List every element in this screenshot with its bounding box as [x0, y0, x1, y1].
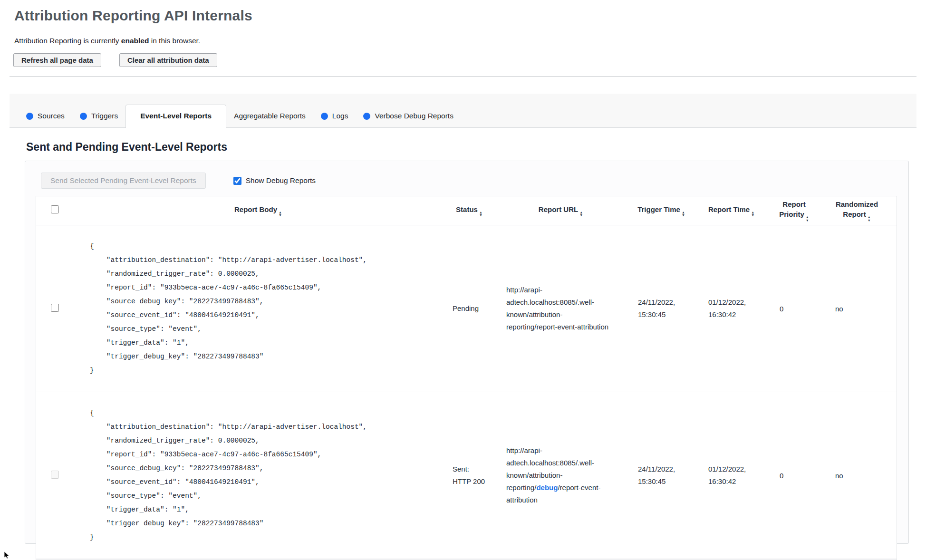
tab-label: Logs: [332, 112, 348, 120]
header-report-time[interactable]: Report Time▲▼: [696, 202, 766, 220]
tab-label: Aggregatable Reports: [234, 112, 306, 120]
header-status[interactable]: Status▲▼: [443, 202, 495, 220]
blue-dot-icon: [321, 113, 328, 120]
show-debug-toggle[interactable]: Show Debug Reports: [233, 176, 316, 185]
send-selected-reports-button[interactable]: Send Selected Pending Event-Level Report…: [41, 173, 206, 189]
refresh-all-button[interactable]: Refresh all page data: [13, 53, 101, 67]
tab-sources[interactable]: Sources: [19, 105, 72, 127]
blue-dot-icon: [80, 113, 87, 120]
sort-icon[interactable]: ▲▼: [751, 211, 754, 217]
select-all-cell: [36, 203, 73, 219]
randomized-report-cell: no: [822, 299, 892, 319]
report-body-json: { "attribution_destination": "http://ara…: [90, 406, 436, 544]
randomized-report-cell: no: [822, 466, 892, 485]
report-priority-cell: 0: [766, 466, 822, 485]
trigger-time-cell: 24/11/2022, 15:30:45: [626, 290, 696, 327]
tab-label: Sources: [38, 112, 65, 120]
show-debug-checkbox[interactable]: [233, 177, 241, 185]
tab-verbose-debug-reports[interactable]: Verbose Debug Reports: [356, 105, 461, 127]
sort-icon[interactable]: ▲▼: [579, 211, 583, 217]
show-debug-label: Show Debug Reports: [246, 176, 316, 185]
status-cell: Pending: [443, 297, 495, 320]
clear-all-button[interactable]: Clear all attribution data: [119, 53, 217, 67]
reports-panel: Send Selected Pending Event-Level Report…: [25, 161, 909, 544]
divider: [10, 76, 916, 77]
reports-table: Report Body▲▼ Status▲▼ Report URL▲▼ Trig…: [36, 196, 897, 560]
header-randomized-report[interactable]: Randomized Report▲▼: [822, 196, 892, 225]
report-url-cell: http://arapi-adtech.localhost:8085/.well…: [495, 278, 626, 339]
report-body-cell: { "attribution_destination": "http://ara…: [73, 392, 443, 559]
tab-event-level-reports[interactable]: Event-Level Reports: [125, 105, 226, 128]
sort-icon[interactable]: ▲▼: [682, 211, 685, 217]
blue-dot-icon: [363, 113, 370, 120]
tab-logs[interactable]: Logs: [313, 105, 356, 127]
trigger-time-cell: 24/11/2022, 15:30:45: [626, 457, 696, 493]
tab-aggregatable-reports[interactable]: Aggregatable Reports: [226, 105, 313, 127]
table-row: { "attribution_destination": "http://ara…: [36, 225, 897, 392]
page-title: Attribution Reporting API Internals: [14, 8, 926, 24]
report-body-cell: { "attribution_destination": "http://ara…: [73, 225, 443, 392]
report-controls: Send Selected Pending Event-Level Report…: [41, 173, 898, 189]
header-report-body[interactable]: Report Body▲▼: [73, 202, 443, 220]
report-time-cell: 01/12/2022, 16:30:42: [696, 457, 766, 493]
toolbar: Refresh all page data Clear all attribut…: [13, 53, 926, 67]
row-select-checkbox[interactable]: [51, 304, 59, 312]
sort-icon[interactable]: ▲▼: [868, 216, 871, 222]
table-row: { "attribution_destination": "http://ara…: [36, 392, 897, 559]
tab-strip: Sources Triggers Event-Level Reports Agg…: [10, 94, 916, 128]
report-time-cell: 01/12/2022, 16:30:42: [696, 290, 766, 327]
tab-triggers[interactable]: Triggers: [72, 105, 125, 127]
sort-icon[interactable]: ▲▼: [279, 211, 282, 217]
blue-dot-icon: [26, 113, 33, 120]
report-body-json: { "attribution_destination": "http://ara…: [90, 240, 436, 377]
row-select-cell: [36, 298, 73, 319]
mouse-cursor-icon: [4, 551, 10, 559]
status-cell: Sent: HTTP 200: [443, 457, 495, 493]
debug-link[interactable]: debug: [536, 483, 558, 492]
report-priority-cell: 0: [766, 299, 822, 319]
sort-icon[interactable]: ▲▼: [479, 211, 482, 217]
header-report-priority[interactable]: Report Priority▲▼: [766, 196, 822, 225]
table-header-row: Report Body▲▼ Status▲▼ Report URL▲▼ Trig…: [36, 196, 897, 225]
section-heading: Sent and Pending Event-Level Reports: [26, 141, 926, 154]
sort-icon[interactable]: ▲▼: [806, 216, 809, 222]
api-status-text: Attribution Reporting is currently enabl…: [14, 37, 926, 45]
header-trigger-time[interactable]: Trigger Time▲▼: [626, 202, 696, 220]
row-select-cell: [36, 465, 73, 486]
tab-label: Event-Level Reports: [140, 112, 212, 120]
select-all-checkbox[interactable]: [51, 205, 59, 213]
tab-label: Verbose Debug Reports: [375, 112, 453, 120]
row-select-checkbox: [51, 471, 59, 479]
tab-label: Triggers: [91, 112, 118, 120]
status-enabled-text: enabled: [121, 37, 149, 45]
header-report-url[interactable]: Report URL▲▼: [495, 202, 626, 220]
report-url-cell: http://arapi-adtech.localhost:8085/.well…: [495, 439, 626, 512]
